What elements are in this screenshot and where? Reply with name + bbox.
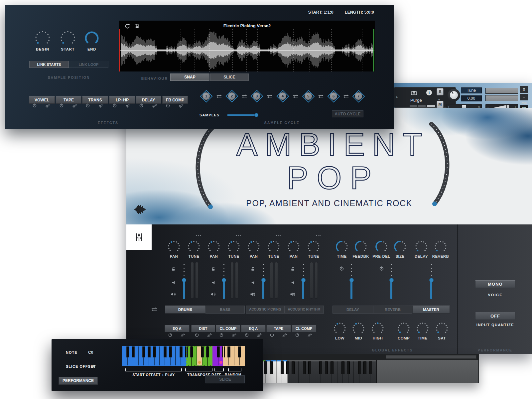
tab-delay[interactable]: DELAY <box>332 306 373 314</box>
slice-button[interactable]: SLICE <box>210 73 249 81</box>
insert-settings-icon[interactable] <box>180 333 186 337</box>
effect-settings-icon[interactable] <box>125 104 131 108</box>
piano-key-black[interactable] <box>286 361 289 374</box>
zone-key-black[interactable] <box>206 346 209 357</box>
channel-menu-dots[interactable] <box>236 235 241 236</box>
route-swap-icon[interactable] <box>151 307 158 312</box>
insert-fx-cl-comp[interactable]: CL COMP <box>216 325 240 332</box>
zone-key-black[interactable] <box>164 346 167 357</box>
minimize-button[interactable]: − <box>520 94 528 100</box>
global-sat-knob[interactable] <box>435 322 449 335</box>
zone-key-black[interactable] <box>180 346 183 357</box>
zone-key-black[interactable] <box>227 346 230 357</box>
close-button[interactable]: X <box>520 86 528 93</box>
piano-key-black[interactable] <box>292 361 295 374</box>
global-low-knob[interactable] <box>333 322 346 335</box>
module-slot-3[interactable] <box>427 105 435 107</box>
channel-mute-icon[interactable] <box>172 281 175 285</box>
global-high-knob[interactable] <box>371 322 384 335</box>
effect-button-fb-comp[interactable]: FB COMP <box>162 96 188 104</box>
insert-power-icon[interactable] <box>168 333 173 337</box>
sample-begin-knob[interactable] <box>35 30 51 46</box>
piano-key-black[interactable] <box>281 361 284 374</box>
insert-fx-eq-a[interactable]: EQ A <box>241 325 266 332</box>
volume-fader-handle[interactable] <box>349 278 354 282</box>
send-time-knob[interactable] <box>335 240 348 253</box>
purge-menu[interactable]: Purge <box>410 98 422 103</box>
effect-power-icon[interactable] <box>139 103 144 108</box>
cycle-swap-icon[interactable] <box>343 94 349 98</box>
channel-tune-knob[interactable] <box>267 240 280 253</box>
volume-fader-handle[interactable] <box>182 278 186 282</box>
effect-settings-icon[interactable] <box>178 104 184 108</box>
tab-acoustic-rhythm[interactable]: ACOUSTIC RHYTHM <box>284 306 324 314</box>
channel-menu-dots[interactable] <box>196 235 201 236</box>
volume-fader-bar[interactable] <box>302 280 304 299</box>
channel-mute-icon[interactable] <box>251 281 255 285</box>
input-quantize-button[interactable]: OFF <box>475 312 515 320</box>
zone-key-black[interactable] <box>153 346 156 357</box>
effect-settings-icon[interactable] <box>72 104 77 108</box>
insert-fx-tape[interactable]: TAPE <box>266 325 291 332</box>
zone-key-black[interactable] <box>148 346 151 357</box>
bus-power-icon[interactable] <box>339 266 344 271</box>
send-reverb-knob[interactable] <box>434 240 447 253</box>
insert-settings-icon[interactable] <box>206 333 212 337</box>
zone-key-black[interactable] <box>185 346 188 357</box>
insert-settings-icon[interactable] <box>231 333 237 337</box>
tab-reverb[interactable]: REVERB <box>373 306 412 314</box>
channel-volume-icon[interactable] <box>210 292 215 297</box>
effect-power-icon[interactable] <box>59 103 64 108</box>
piano-key-black[interactable] <box>308 361 311 374</box>
effect-power-icon[interactable] <box>32 103 37 108</box>
effect-button-lp-hp[interactable]: LP+HP <box>109 96 135 104</box>
zone-key-black[interactable] <box>201 346 204 357</box>
piano-key-black[interactable] <box>303 361 306 374</box>
piano-key-black[interactable] <box>369 361 372 374</box>
effect-button-delay[interactable]: DELAY <box>136 96 161 104</box>
volume-fader-handle[interactable] <box>429 278 434 282</box>
channel-mute-icon[interactable] <box>291 281 295 285</box>
cycle-swap-icon[interactable] <box>293 94 299 98</box>
piano-key-black[interactable] <box>319 361 322 374</box>
channel-mute-icon[interactable] <box>211 281 215 285</box>
piano-key-black[interactable] <box>363 361 366 374</box>
volume-fader-bar[interactable] <box>350 280 352 299</box>
effect-power-icon[interactable] <box>166 103 170 108</box>
zone-key-black[interactable] <box>132 346 135 357</box>
insert-power-icon[interactable] <box>270 333 274 337</box>
piano-key-black[interactable] <box>341 361 344 374</box>
sample-start-knob[interactable] <box>60 30 76 46</box>
insert-fx-dist[interactable]: DIST <box>191 325 215 332</box>
channel-tune-knob[interactable] <box>187 240 200 253</box>
insert-power-icon[interactable] <box>244 333 249 337</box>
zone-key-black[interactable] <box>217 346 220 357</box>
piano-key-black[interactable] <box>270 361 273 374</box>
channel-menu-dots[interactable] <box>276 235 281 236</box>
info-icon[interactable]: i <box>426 90 432 95</box>
send-delay-knob[interactable] <box>415 240 428 253</box>
channel-tune-knob[interactable] <box>307 240 320 253</box>
cycle-swap-icon[interactable] <box>216 94 222 98</box>
channel-lock-icon[interactable] <box>250 266 255 271</box>
volume-fader-handle[interactable] <box>222 278 226 282</box>
volume-fader-handle[interactable] <box>389 278 394 282</box>
zone-key-black[interactable] <box>169 346 172 357</box>
channel-volume-icon[interactable] <box>171 292 176 297</box>
snapshot-camera-icon[interactable] <box>411 90 417 96</box>
bus-power-icon[interactable] <box>379 266 384 271</box>
effect-power-icon[interactable] <box>85 103 90 108</box>
channel-tune-knob[interactable] <box>227 240 240 253</box>
insert-power-icon[interactable] <box>219 333 224 337</box>
zone-key-black[interactable] <box>142 346 145 357</box>
snap-button[interactable]: SNAP <box>170 73 209 81</box>
piano-key-black[interactable] <box>358 361 361 374</box>
channel-pan-knob[interactable] <box>207 240 220 253</box>
tab-drums[interactable]: DRUMS <box>165 306 205 314</box>
cycle-swap-icon[interactable] <box>267 94 273 98</box>
zone-key-black[interactable] <box>222 346 225 357</box>
volume-fader-bar[interactable] <box>262 280 264 299</box>
channel-lock-icon[interactable] <box>211 266 216 271</box>
global-comp-knob[interactable] <box>397 322 410 335</box>
channel-pan-knob[interactable] <box>167 240 181 253</box>
